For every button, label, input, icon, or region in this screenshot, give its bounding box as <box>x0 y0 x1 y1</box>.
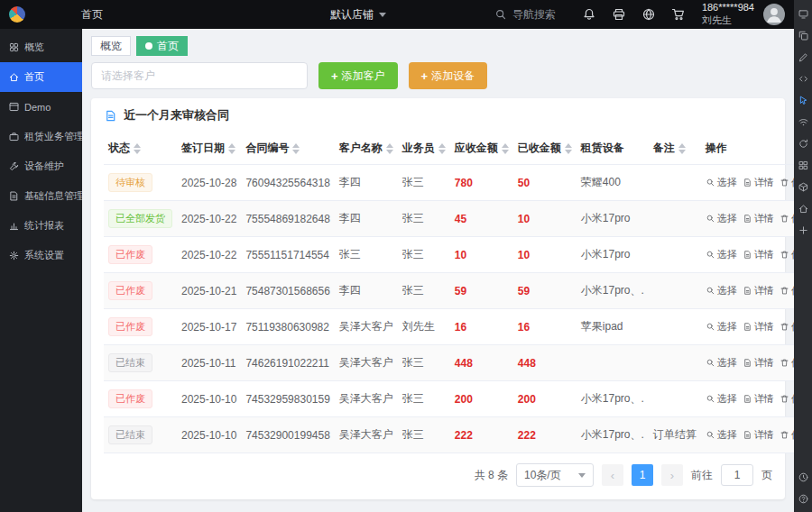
detail-action[interactable]: 详情 <box>743 320 774 334</box>
sidebar-item-rental[interactable]: 租赁业务管理 <box>0 122 82 151</box>
sidebar-item-overview[interactable]: 概览 <box>0 32 82 62</box>
bell-icon[interactable] <box>582 7 596 22</box>
void-action[interactable]: 作废 <box>780 428 794 442</box>
sort-icon[interactable] <box>386 143 393 154</box>
select-action[interactable]: 选择 <box>706 284 737 297</box>
sort-icon[interactable] <box>502 143 509 154</box>
sort-icon[interactable] <box>565 143 572 154</box>
cell-remark: 订单结算 <box>649 417 701 453</box>
page-number-1[interactable]: 1 <box>632 464 653 486</box>
help-icon[interactable] <box>798 493 809 505</box>
cell-received: 448 <box>513 345 577 381</box>
cell-receivable: 780 <box>450 165 513 201</box>
column-header[interactable]: 应收金额 <box>450 133 513 165</box>
add-device-button[interactable]: 添加设备 <box>409 62 488 89</box>
cell-receivable: 59 <box>450 273 513 309</box>
sidebar-item-demo[interactable]: Demo <box>0 92 82 122</box>
monitor-icon[interactable] <box>798 8 809 20</box>
cell-customer: 张三 <box>335 237 398 273</box>
detail-action[interactable]: 详情 <box>743 392 774 406</box>
detail-action[interactable]: 详情 <box>743 356 774 370</box>
cell-received: 16 <box>513 309 577 345</box>
select-action[interactable]: 选择 <box>706 248 737 261</box>
code-icon[interactable] <box>798 73 809 85</box>
cell-sign-date: 2025-10-10 <box>177 417 241 453</box>
package-icon[interactable] <box>798 181 809 193</box>
user-info[interactable]: 186*****984 刘先生 <box>702 2 754 27</box>
goto-page-input[interactable] <box>721 464 753 486</box>
inspect-icon[interactable] <box>798 95 809 106</box>
table-wrap: 状态签订日期合同编号客户名称业务员应收金额已收金额租赁设备备注操作 待审核202… <box>91 133 785 453</box>
browser-side-strip <box>794 0 812 512</box>
column-header[interactable]: 合同编号 <box>241 133 334 165</box>
store-selector[interactable]: 默认店铺 <box>330 7 386 23</box>
sort-icon[interactable] <box>134 143 141 154</box>
select-action[interactable]: 选择 <box>706 428 737 442</box>
document-icon <box>743 430 752 440</box>
add-customer-button[interactable]: 添加客户 <box>318 62 398 89</box>
sidebar-item-report[interactable]: 统计报表 <box>0 211 82 241</box>
cell-received: 10 <box>513 201 577 237</box>
detail-action[interactable]: 详情 <box>743 212 774 225</box>
page-size-select[interactable]: 10条/页 <box>516 463 594 487</box>
magnifier-icon <box>706 358 715 368</box>
magnifier-icon <box>706 214 715 224</box>
column-header[interactable]: 状态 <box>104 133 177 165</box>
select-action[interactable]: 选择 <box>706 356 737 370</box>
void-action[interactable]: 作废 <box>780 392 794 406</box>
column-header[interactable]: 已收金额 <box>513 133 577 165</box>
detail-action[interactable]: 详情 <box>743 176 774 189</box>
column-header[interactable]: 备注 <box>649 133 701 165</box>
select-action[interactable]: 选择 <box>706 176 737 189</box>
windows-icon[interactable] <box>798 30 809 41</box>
printer-icon[interactable] <box>612 7 626 22</box>
cell-sign-date: 2025-10-21 <box>177 273 241 309</box>
tab-overview[interactable]: 概览 <box>91 36 131 56</box>
cart-icon[interactable] <box>671 7 686 22</box>
sync-icon[interactable] <box>798 138 809 150</box>
cell-salesman: 张三 <box>398 201 450 237</box>
avatar[interactable] <box>763 4 785 25</box>
void-action[interactable]: 作废 <box>780 176 794 189</box>
sidebar-item-settings[interactable]: 系统设置 <box>0 241 82 270</box>
void-action[interactable]: 作废 <box>780 320 794 334</box>
column-header[interactable]: 客户名称 <box>335 133 398 165</box>
cell-salesman: 张三 <box>398 417 450 453</box>
column-header[interactable]: 签订日期 <box>177 133 241 165</box>
grid-icon[interactable] <box>798 160 809 171</box>
detail-action[interactable]: 详情 <box>743 284 774 297</box>
app-logo-icon[interactable] <box>9 6 25 23</box>
history-icon[interactable] <box>798 471 809 483</box>
sidebar-item-maintenance[interactable]: 设备维护 <box>0 151 82 181</box>
sort-icon[interactable] <box>228 143 235 154</box>
sort-icon[interactable] <box>292 143 300 154</box>
column-header[interactable]: 业务员 <box>398 133 450 165</box>
status-badge: 已作废 <box>108 389 152 408</box>
cell-salesman: 张三 <box>398 273 450 309</box>
wifi-icon[interactable] <box>798 116 809 128</box>
edit-icon[interactable] <box>798 51 809 63</box>
void-action[interactable]: 作废 <box>780 212 794 225</box>
prev-page-button[interactable]: ‹ <box>602 464 623 486</box>
nav-search[interactable]: 导航搜索 <box>494 7 556 23</box>
void-action[interactable]: 作废 <box>780 248 794 261</box>
detail-action[interactable]: 详情 <box>743 248 774 261</box>
active-tab-dot-icon <box>145 42 152 50</box>
cell-device: 荣耀400 <box>577 165 649 201</box>
select-action[interactable]: 选择 <box>706 392 737 406</box>
home-icon[interactable] <box>798 203 809 215</box>
tab-home[interactable]: 首页 <box>136 36 188 56</box>
select-action[interactable]: 选择 <box>706 212 737 225</box>
plus-icon[interactable] <box>798 224 809 236</box>
next-page-button[interactable]: › <box>661 464 683 486</box>
select-action[interactable]: 选择 <box>706 320 737 334</box>
void-action[interactable]: 作废 <box>780 284 794 297</box>
globe-icon[interactable] <box>641 7 656 22</box>
sort-icon[interactable] <box>678 143 686 154</box>
detail-action[interactable]: 详情 <box>743 428 774 442</box>
sidebar-item-baseinfo[interactable]: 基础信息管理 <box>0 181 82 211</box>
sort-icon[interactable] <box>438 143 446 154</box>
customer-select-input[interactable] <box>91 62 308 89</box>
void-action[interactable]: 作废 <box>780 356 794 370</box>
sidebar-item-home[interactable]: 首页 <box>0 62 82 92</box>
